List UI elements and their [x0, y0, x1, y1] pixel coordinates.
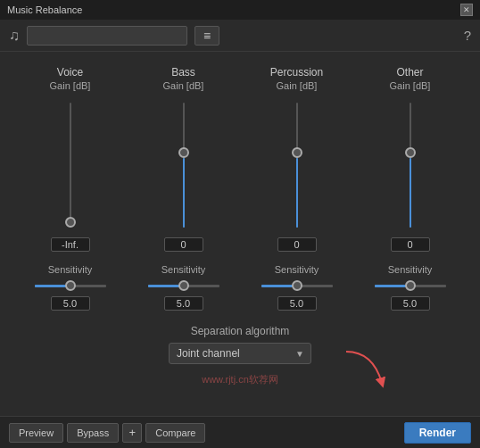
sens-value-other: 5.0: [391, 296, 430, 311]
help-button[interactable]: ?: [464, 28, 471, 43]
preset-dropdown[interactable]: [27, 26, 187, 46]
sens-col-bass: Sensitivity 5.0: [139, 264, 228, 311]
vslider-track-percussion: [296, 103, 298, 228]
title-bar: Music Rebalance ✕: [0, 0, 480, 20]
hslider-track-voice: [35, 285, 106, 287]
hslider-container-bass[interactable]: [148, 278, 219, 293]
vslider-fill-percussion: [296, 158, 298, 228]
vslider-container-other[interactable]: [397, 98, 424, 232]
sens-value-percussion: 5.0: [277, 296, 317, 311]
vslider-value-percussion: 0: [277, 237, 317, 252]
sens-label-voice: Sensitivity: [48, 264, 93, 275]
sens-label-other: Sensitivity: [388, 264, 433, 275]
toolbar: ♫ ≡ ?: [0, 20, 480, 52]
hslider-thumb-percussion[interactable]: [292, 280, 302, 291]
hslider-thumb-other[interactable]: [405, 280, 416, 291]
compare-button[interactable]: Compare: [145, 423, 205, 443]
bypass-button[interactable]: Bypass: [67, 423, 119, 443]
hslider-track-other: [375, 285, 446, 287]
channel-label-percussion: Percussion: [270, 66, 323, 79]
channel-col-bass: Bass Gain [dB] 0: [139, 66, 228, 252]
vslider-thumb-other[interactable]: [405, 147, 416, 158]
sens-col-voice: Sensitivity 5.0: [26, 264, 115, 311]
vslider-container-percussion[interactable]: [284, 98, 310, 232]
channel-label-voice: Voice: [57, 66, 83, 79]
hslider-container-voice[interactable]: [35, 278, 106, 293]
music-icon: ♫: [9, 28, 20, 44]
hslider-container-other[interactable]: [375, 278, 446, 293]
hslider-track-bass: [148, 285, 219, 287]
channel-label-bass: Bass: [171, 66, 195, 79]
add-button[interactable]: +: [122, 423, 142, 443]
vslider-track-bass: [183, 103, 185, 228]
sens-value-bass: 5.0: [164, 296, 203, 311]
gain-label-percussion: Gain [dB]: [277, 80, 318, 91]
vslider-container-bass[interactable]: [170, 98, 197, 232]
channel-col-other: Other Gain [dB] 0: [366, 66, 455, 252]
vslider-fill-other: [410, 158, 411, 228]
render-button[interactable]: Render: [404, 422, 471, 444]
gain-label-voice: Gain [dB]: [50, 80, 91, 91]
vslider-fill-bass: [183, 158, 185, 228]
hslider-track-percussion: [261, 285, 333, 287]
sensitivity-row: Sensitivity 5.0 Sensitivity 5.0 Sensitiv…: [18, 264, 462, 311]
hslider-thumb-bass[interactable]: [178, 280, 189, 291]
channel-col-percussion: Percussion Gain [dB] 0: [252, 66, 342, 252]
separation-select-wrapper: Joint channel Split channel ▼: [169, 343, 311, 364]
bottom-bar: Preview Bypass + Compare Render: [0, 416, 480, 448]
sens-label-bass: Sensitivity: [161, 264, 206, 275]
vslider-value-bass: 0: [164, 237, 203, 252]
vslider-thumb-bass[interactable]: [178, 147, 189, 158]
main-content: Voice Gain [dB] -Inf. Bass Gain [dB] 0 P…: [0, 52, 480, 401]
sens-value-voice: 5.0: [51, 296, 90, 311]
hslider-thumb-voice[interactable]: [65, 280, 76, 291]
vslider-thumb-percussion[interactable]: [292, 147, 302, 158]
sliders-row: Voice Gain [dB] -Inf. Bass Gain [dB] 0 P…: [18, 66, 462, 252]
vslider-track-voice: [70, 103, 71, 228]
vslider-track-other: [410, 103, 411, 228]
vslider-thumb-voice[interactable]: [65, 217, 76, 228]
channel-col-voice: Voice Gain [dB] -Inf.: [26, 66, 115, 252]
close-button[interactable]: ✕: [460, 4, 473, 16]
channel-label-other: Other: [396, 66, 423, 79]
watermark: www.rjtj.cn软荐网: [18, 373, 462, 386]
preview-button[interactable]: Preview: [9, 423, 63, 443]
vslider-container-voice[interactable]: [57, 98, 84, 232]
sens-label-percussion: Sensitivity: [275, 264, 319, 275]
hslider-container-percussion[interactable]: [261, 278, 333, 293]
gain-label-bass: Gain [dB]: [163, 80, 204, 91]
separation-algorithm-section: Separation algorithm Joint channel Split…: [18, 325, 462, 364]
menu-button[interactable]: ≡: [194, 26, 219, 46]
separation-algorithm-select[interactable]: Joint channel Split channel: [169, 343, 311, 364]
separation-algorithm-label: Separation algorithm: [191, 325, 290, 337]
app-title: Music Rebalance: [7, 4, 82, 15]
vslider-value-voice: -Inf.: [51, 237, 90, 252]
gain-label-other: Gain [dB]: [390, 80, 431, 91]
sens-col-percussion: Sensitivity 5.0: [252, 264, 342, 311]
sens-col-other: Sensitivity 5.0: [366, 264, 455, 311]
vslider-value-other: 0: [391, 237, 430, 252]
